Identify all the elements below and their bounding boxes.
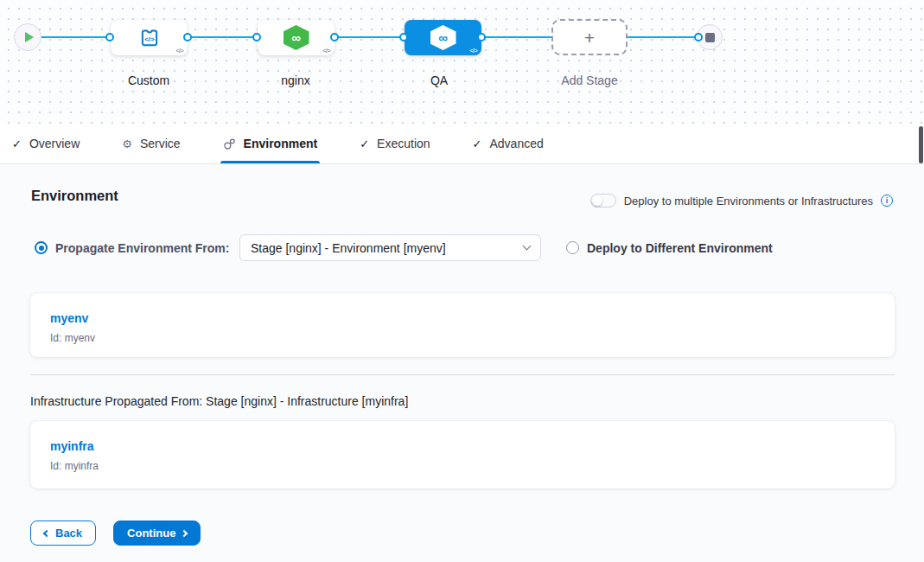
different-environment-radio[interactable]: [566, 241, 579, 254]
info-icon[interactable]: i: [881, 195, 893, 207]
chevron-left-icon: [43, 529, 50, 536]
plus-icon: +: [584, 29, 595, 47]
connector-dot[interactable]: [183, 33, 192, 42]
tab-overview[interactable]: ✓ Overview: [12, 124, 80, 163]
environment-icon: [223, 137, 236, 150]
deploy-hexagon-icon: ∞: [284, 25, 309, 50]
tab-advanced[interactable]: ✓ Advanced: [473, 124, 544, 163]
stage-label-custom[interactable]: Custom: [128, 73, 169, 87]
stage-label-add-stage[interactable]: Add Stage: [561, 73, 617, 87]
toggle-knob: [592, 195, 602, 206]
svg-text:</>: </>: [144, 35, 155, 43]
connector-dot[interactable]: [694, 33, 703, 42]
select-value: Stage [nginx] - Environment [myenv]: [251, 241, 446, 255]
section-heading: Environment: [31, 188, 118, 204]
tab-execution[interactable]: ✓ Execution: [360, 124, 430, 163]
connector-dot[interactable]: [477, 33, 486, 42]
chevron-down-icon: [523, 242, 532, 251]
propagate-environment-select[interactable]: Stage [nginx] - Environment [myenv]: [239, 234, 541, 261]
multi-environment-toggle[interactable]: [590, 194, 616, 208]
infrastructure-propagated-note: Infrastructure Propagated From: Stage [n…: [30, 394, 408, 408]
deploy-hexagon-icon: ∞: [430, 25, 456, 50]
check-icon: ✓: [12, 138, 22, 150]
play-icon: [25, 32, 34, 42]
stop-icon: [705, 33, 715, 42]
scrollbar-thumb[interactable]: [919, 126, 923, 163]
section-divider: [30, 374, 895, 375]
tab-label: Advanced: [489, 137, 543, 150]
propagate-environment-label[interactable]: Propagate Environment From:: [55, 241, 229, 255]
tab-environment[interactable]: Environment: [223, 124, 318, 163]
multi-environment-toggle-label: Deploy to multiple Environments or Infra…: [624, 195, 873, 208]
connector-dot[interactable]: [330, 33, 339, 42]
stage-node-nginx[interactable]: ∞ </>: [258, 20, 335, 55]
chevron-right-icon: [181, 529, 188, 536]
stage-config-tabbar: ✓ Overview ⚙ Service Environment ✓ Execu…: [0, 124, 924, 164]
infrastructure-id: Id: myinfra: [50, 460, 875, 472]
check-icon: ✓: [360, 138, 369, 150]
infrastructure-name-link[interactable]: myinfra: [50, 439, 875, 453]
pipeline-studio-page: </> </> ∞ </> ∞ </> + Custom nginx QA: [0, 0, 924, 562]
environment-tab-panel: Environment Deploy to multiple Environme…: [0, 164, 924, 562]
footer-actions: Back Continue: [30, 520, 201, 546]
stage-node-custom[interactable]: </> </>: [111, 20, 188, 55]
back-button[interactable]: Back: [30, 520, 96, 546]
add-stage-button[interactable]: +: [551, 19, 628, 55]
infrastructure-card[interactable]: myinfra Id: myinfra: [30, 421, 895, 489]
propagate-environment-radio[interactable]: [35, 241, 48, 254]
different-environment-label[interactable]: Deploy to Different Environment: [587, 241, 773, 255]
connector-dot[interactable]: [399, 33, 408, 42]
tab-label: Overview: [29, 137, 80, 150]
code-view-icon[interactable]: </>: [469, 48, 477, 54]
code-view-icon[interactable]: </>: [175, 48, 183, 54]
tab-label: Execution: [377, 137, 430, 150]
tab-label: Service: [140, 137, 181, 150]
check-icon: ✓: [473, 138, 482, 150]
multi-environment-toggle-row: Deploy to multiple Environments or Infra…: [590, 194, 893, 208]
continue-button[interactable]: Continue: [113, 520, 201, 546]
stage-label-qa[interactable]: QA: [430, 73, 448, 87]
custom-stage-icon: </>: [138, 27, 161, 49]
pipeline-canvas: </> </> ∞ </> ∞ </> + Custom nginx QA: [0, 0, 924, 124]
environment-card[interactable]: myenv Id: myenv: [30, 293, 895, 357]
connector-dot[interactable]: [252, 33, 261, 42]
tab-service[interactable]: ⚙ Service: [122, 124, 180, 163]
stage-node-qa[interactable]: ∞ </>: [405, 20, 481, 55]
pipeline-start-node: [14, 23, 41, 51]
environment-id: Id: myenv: [50, 332, 875, 344]
tab-label: Environment: [244, 137, 318, 150]
code-view-icon[interactable]: </>: [322, 48, 330, 54]
gear-icon: ⚙: [122, 138, 132, 150]
stage-label-nginx[interactable]: nginx: [281, 73, 309, 87]
connector-dot[interactable]: [105, 33, 114, 42]
environment-name-link[interactable]: myenv: [50, 311, 875, 325]
